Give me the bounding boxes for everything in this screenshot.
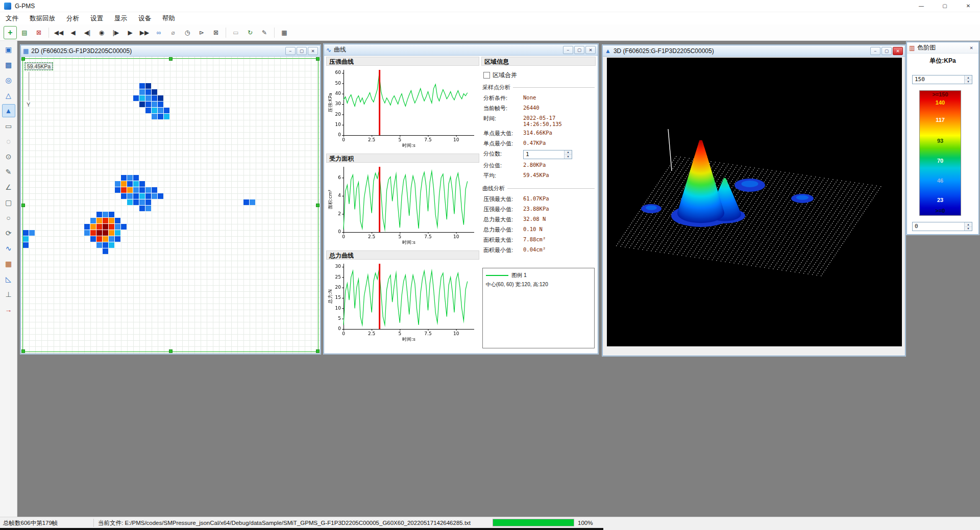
step-forward-button[interactable]: |▶ — [109, 26, 122, 39]
step-back-button[interactable]: ◀| — [81, 26, 94, 39]
tool-center-point[interactable]: ◎ — [2, 73, 15, 87]
user-config-button[interactable]: ✎ — [258, 26, 271, 39]
pressure-chart[interactable] — [326, 67, 478, 149]
selection-handle[interactable] — [21, 57, 25, 61]
tool-3d-map[interactable]: ▩ — [2, 58, 15, 71]
pressure-cell — [23, 230, 29, 236]
window-2d-close-button[interactable]: ✕ — [308, 47, 318, 55]
pressure-cell — [133, 199, 139, 205]
menu-device[interactable]: 设备 — [133, 12, 157, 24]
selection-handle[interactable] — [21, 204, 25, 207]
window-curves-close-button[interactable]: ✕ — [585, 46, 596, 54]
tool-dashed-rect[interactable]: ▢ — [2, 196, 15, 209]
seek-start-button[interactable]: ◀◀ — [52, 26, 65, 39]
timer-button[interactable]: ◷ — [181, 26, 194, 39]
legend-box: 图例 1 中心(60, 60) 宽:120, 高:120 — [482, 268, 595, 348]
force-chart-header: 总力曲线 — [326, 250, 479, 260]
window-2d-titlebar[interactable]: ▦ 2D (F606025:G-F1P3D2205C00005) − ▢ ✕ — [21, 45, 320, 57]
toolbar-separator — [226, 28, 226, 38]
stop-video-button[interactable]: ⊠ — [209, 26, 223, 39]
y-axis-line — [29, 72, 29, 100]
selection-rect[interactable] — [22, 58, 318, 352]
unlink-button[interactable]: ⌀ — [166, 26, 180, 39]
spinner-up-icon[interactable]: ▲ — [965, 222, 972, 227]
area-chart[interactable] — [326, 164, 478, 246]
close-file-button[interactable]: ⊠ — [32, 26, 45, 39]
scale-max-spinner[interactable]: 150 ▲ ▼ — [912, 75, 972, 84]
tool-triangle-fill[interactable]: ▲ — [2, 104, 15, 117]
tool-rect-select[interactable]: ▭ — [2, 119, 15, 133]
refresh-button[interactable]: ↻ — [243, 26, 257, 39]
selection-handle[interactable] — [316, 204, 320, 207]
stop-button[interactable]: ◉ — [95, 26, 108, 39]
info-row: 压强最小值:23.88KPa — [481, 204, 596, 214]
force-chart[interactable] — [326, 261, 478, 343]
info-label: 总力最小值: — [483, 226, 523, 234]
selection-handle[interactable] — [316, 349, 320, 353]
calendar-button[interactable]: ▦ — [278, 26, 291, 39]
pressure-cell — [115, 230, 120, 236]
tool-rotate[interactable]: ⟳ — [2, 226, 15, 240]
menu-help[interactable]: 帮助 — [157, 12, 181, 24]
tool-export[interactable]: → — [2, 303, 15, 316]
spinner-up-icon[interactable]: ▲ — [965, 75, 972, 80]
menu-display[interactable]: 显示 — [109, 12, 133, 24]
region-merge-label: 区域合并 — [493, 71, 517, 80]
window-curves-minimize-button[interactable]: − — [563, 46, 573, 54]
pressure-chart-header: 压强曲线 — [326, 57, 479, 66]
spinner-down-icon[interactable]: ▼ — [565, 155, 572, 159]
window-curves-titlebar[interactable]: ∿ 曲线 − ▢ ✕ — [324, 44, 598, 56]
tool-pen[interactable]: ✎ — [2, 165, 15, 179]
colorscale-close-button[interactable]: ✕ — [966, 44, 976, 52]
window-2d-minimize-button[interactable]: − — [285, 47, 296, 55]
curve-analysis-rows: 压强最大值:61.07KPa压强最小值:23.88KPa总力最大值:32.08 … — [481, 194, 596, 255]
fast-forward-button[interactable]: ▶▶ — [138, 26, 151, 39]
selection-handle[interactable] — [316, 57, 320, 61]
tool-triangle-outline[interactable]: △ — [2, 89, 15, 102]
tool-trend-chart[interactable]: ◺ — [2, 272, 15, 286]
tool-marker[interactable]: ⊙ — [2, 150, 15, 163]
menu-file[interactable]: 文件 — [0, 12, 24, 24]
tool-2d-map[interactable]: ▣ — [2, 43, 15, 56]
spinner-down-icon[interactable]: ▼ — [965, 80, 972, 84]
window-curves-maximize-button[interactable]: ▢ — [574, 46, 584, 54]
selection-handle[interactable] — [169, 57, 173, 61]
tool-ellipse-select[interactable]: ◌ — [2, 135, 15, 148]
info-value: 23.88KPa — [523, 206, 594, 212]
window-3d-close-button[interactable]: ✕ — [893, 47, 903, 55]
spinner-up-icon[interactable]: ▲ — [565, 150, 572, 155]
colorscale-panel: ▥ 色阶图 ✕ 单位:KPa 150 ▲ ▼ >=150140117937046… — [906, 42, 979, 235]
new-session-button[interactable]: + — [4, 26, 17, 39]
prev-frame-button[interactable]: ◀ — [66, 26, 80, 39]
menu-settings[interactable]: 设置 — [85, 12, 109, 24]
region-merge-checkbox[interactable] — [483, 72, 490, 79]
window-2d-maximize-button[interactable]: ▢ — [297, 47, 307, 55]
scale-min-spinner[interactable]: 0 ▲ ▼ — [912, 222, 972, 231]
window-3d-minimize-button[interactable]: − — [870, 47, 880, 55]
minimize-button[interactable]: — — [910, 0, 933, 12]
quantile-spinner[interactable]: 1 ▲ ▼ — [523, 150, 572, 159]
close-button[interactable]: ✕ — [957, 0, 980, 12]
maximize-button[interactable]: ▢ — [933, 0, 957, 12]
play-button[interactable]: ▶ — [124, 26, 137, 39]
window-3d-maximize-button[interactable]: ▢ — [881, 47, 892, 55]
record-video-button[interactable]: ⊳ — [195, 26, 208, 39]
window-3d-titlebar[interactable]: ▲ 3D (F606025:G-F1P3D2205C00005) − ▢ ✕ — [603, 45, 905, 57]
pressure-map-2d[interactable]: Y 59.45KPa — [21, 57, 320, 354]
menu-analysis[interactable]: 分析 — [61, 12, 85, 24]
selection-handle[interactable] — [21, 349, 25, 353]
tool-wave-chart[interactable]: ∿ — [2, 242, 15, 255]
surface-3d-view[interactable] — [607, 58, 902, 346]
tool-lasso[interactable]: ○ — [2, 211, 15, 224]
tool-level[interactable]: ⊥ — [2, 288, 15, 301]
tool-grid-map[interactable]: ▦ — [2, 257, 15, 270]
tool-angle[interactable]: ∠ — [2, 181, 15, 194]
spinner-down-icon[interactable]: ▼ — [965, 227, 972, 231]
selection-handle[interactable] — [169, 349, 173, 353]
link-button[interactable]: ∞ — [152, 26, 165, 39]
pressure-cell — [115, 218, 120, 223]
colorscale-titlebar[interactable]: ▥ 色阶图 ✕ — [907, 42, 978, 54]
display-button[interactable]: ▭ — [229, 26, 242, 39]
menu-data-playback[interactable]: 数据回放 — [24, 12, 61, 24]
export-file-button[interactable]: ▤ — [18, 26, 31, 39]
